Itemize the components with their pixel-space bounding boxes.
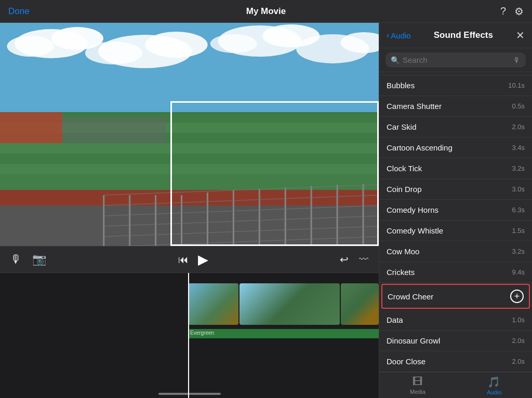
sound-duration: 3.2s	[512, 248, 525, 255]
search-bar: 🔍 🎙	[379, 48, 532, 72]
sound-item-name: Comedy Horns	[387, 205, 438, 214]
search-input-wrap: 🔍 🎙	[385, 52, 526, 67]
done-button[interactable]: Done	[8, 6, 30, 17]
tab-item-audio[interactable]: 🎵Audio	[476, 374, 512, 397]
timeline-area: Evergreen	[0, 273, 379, 398]
sound-item[interactable]: Cow Moo3.2s	[379, 241, 532, 262]
home-indicator	[158, 393, 221, 395]
top-bar: Done My Movie ? ⚙	[0, 0, 532, 23]
sound-item-name: Coin Drop	[387, 185, 422, 194]
sound-item[interactable]: Cartoon Ascending3.4s	[379, 138, 532, 158]
sound-item-name: Comedy Whistle	[387, 226, 443, 235]
svg-point-3	[7, 36, 54, 57]
clip-2-thumbnail	[240, 283, 340, 325]
tab-label: Media	[410, 389, 425, 395]
sound-panel: ‹ Audio Sound Effects ✕ 🔍 🎙 Bark2.4sBell…	[379, 23, 532, 398]
settings-button[interactable]: ⚙	[514, 5, 524, 18]
svg-point-9	[210, 34, 257, 53]
controls-left: 🎙 📷	[10, 253, 46, 266]
sound-item[interactable]: Clock Tick3.2s	[379, 158, 532, 179]
main-content: 🎙 📷 ⏮ ▶ ↩ 〰	[0, 23, 532, 398]
sound-item-name: Data	[387, 315, 403, 324]
svg-point-5	[145, 32, 207, 58]
sound-duration: 2.0s	[512, 123, 525, 131]
microphone-icon[interactable]: 🎙	[10, 253, 22, 266]
audio-track-label: Evergreen	[190, 330, 214, 336]
svg-rect-18	[0, 154, 379, 164]
svg-point-6	[85, 42, 142, 64]
editor-panel: 🎙 📷 ⏮ ▶ ↩ 〰	[0, 23, 379, 398]
clip-1-thumbnail	[188, 283, 238, 325]
sound-duration: 1.0s	[512, 316, 525, 324]
sound-item[interactable]: Bubbles10.1s	[379, 75, 532, 96]
search-icon: 🔍	[391, 56, 400, 64]
sound-item-name: Crickets	[387, 268, 415, 277]
help-button[interactable]: ?	[500, 5, 506, 17]
clip-3[interactable]	[341, 283, 379, 325]
sound-item-name: Camera Shutter	[387, 102, 442, 111]
sound-item[interactable]: Car Skid2.0s	[379, 117, 532, 138]
sound-duration: 1.5s	[512, 227, 525, 235]
skip-back-icon[interactable]: ⏮	[178, 254, 189, 266]
sound-item[interactable]: Door Close2.0s	[379, 351, 532, 372]
sound-item-name: Dinosaur Growl	[387, 336, 440, 345]
back-label: Audio	[391, 31, 410, 40]
svg-rect-17	[0, 143, 379, 154]
camera-icon[interactable]: 📷	[32, 253, 46, 266]
sound-duration: 3.0s	[512, 185, 525, 193]
sound-list: Bark2.4sBell Tower9.7sBicycle13.3sBoing3…	[379, 72, 532, 372]
timeline-playhead	[188, 273, 189, 398]
tab-item-media[interactable]: 🎞Media	[400, 374, 436, 397]
sound-item-name: Car Skid	[387, 122, 417, 131]
undo-icon[interactable]: ↩	[340, 253, 349, 266]
svg-rect-22	[62, 117, 166, 143]
sound-panel-header: ‹ Audio Sound Effects ✕	[379, 23, 532, 48]
controls-center: ⏮ ▶	[178, 252, 208, 268]
sound-item[interactable]: Coin Drop3.0s	[379, 179, 532, 200]
tab-icon: 🎵	[487, 376, 500, 388]
sound-duration: 0.5s	[512, 102, 525, 110]
sound-item[interactable]: Data1.0s	[379, 310, 532, 331]
sound-item-name: Cow Moo	[387, 247, 419, 256]
close-button[interactable]: ✕	[516, 29, 525, 42]
sound-item-name: Clock Tick	[387, 164, 422, 173]
waveform-icon[interactable]: 〰	[359, 254, 368, 265]
sound-item[interactable]: Comedy Whistle1.5s	[379, 221, 532, 241]
back-chevron-icon: ‹	[387, 31, 389, 40]
svg-rect-19	[0, 164, 379, 174]
sound-duration: 3.4s	[512, 144, 525, 152]
sound-duration: 2.0s	[512, 337, 525, 345]
search-input[interactable]	[403, 56, 510, 64]
audio-track[interactable]: Evergreen	[188, 329, 379, 338]
tab-icon: 🎞	[413, 376, 423, 388]
sound-add-button[interactable]: +	[510, 290, 524, 303]
sound-duration: 3.2s	[512, 164, 525, 172]
sound-item[interactable]: Crowd Cheer+	[381, 284, 530, 309]
clip-1[interactable]	[188, 283, 238, 325]
sound-duration: 10.1s	[508, 81, 525, 89]
video-bg	[0, 23, 379, 246]
svg-rect-21	[0, 112, 62, 143]
sound-item-name: Crowd Cheer	[388, 292, 433, 301]
sound-item[interactable]: Camera Shutter0.5s	[379, 96, 532, 117]
sound-item-name: Door Close	[387, 357, 425, 366]
sound-item[interactable]: Crickets9.4s	[379, 262, 532, 283]
back-button[interactable]: ‹ Audio	[387, 31, 411, 40]
search-mic-icon[interactable]: 🎙	[513, 56, 521, 64]
sound-duration: 2.0s	[512, 358, 525, 365]
sound-tab-bar: 🎞Media🎵Audio	[379, 372, 532, 398]
soccer-field	[0, 23, 379, 246]
controls-bar: 🎙 📷 ⏮ ▶ ↩ 〰	[0, 246, 379, 273]
movie-title: My Movie	[71, 6, 461, 17]
svg-rect-23	[0, 205, 379, 246]
tab-label: Audio	[487, 389, 501, 395]
sound-panel-title: Sound Effects	[415, 30, 512, 40]
clip-2[interactable]	[240, 283, 340, 325]
play-button[interactable]: ▶	[198, 252, 208, 268]
video-preview	[0, 23, 379, 246]
clip-row	[188, 283, 379, 325]
sound-item[interactable]: Comedy Horns6.3s	[379, 200, 532, 221]
sound-duration: 6.3s	[512, 206, 525, 214]
top-bar-left: Done	[8, 6, 71, 17]
sound-item[interactable]: Dinosaur Growl2.0s	[379, 331, 532, 351]
